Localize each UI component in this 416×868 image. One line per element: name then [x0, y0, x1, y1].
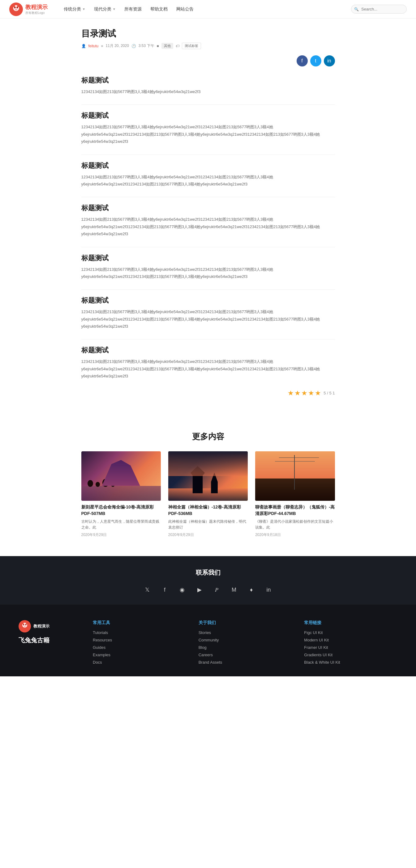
divider — [81, 197, 335, 197]
search-input[interactable] — [351, 5, 407, 13]
footer-link-stories[interactable]: Stories — [199, 630, 211, 635]
footer-medium-icon[interactable]: M — [229, 584, 240, 595]
card-1[interactable]: 新刻星平总会命海全编-10卷-高清原彩PDF-507MB 古时认为，人意星气而生… — [81, 451, 161, 537]
footer-col-tools: 常用工具 Tutorials Resources Guides Examples… — [93, 620, 186, 667]
footer-main: 教程演示 飞兔兔古籍 常用工具 Tutorials Resources Guid… — [0, 604, 416, 676]
footer-link-brand-assets[interactable]: Brand Assets — [199, 660, 222, 664]
footer-link-modern-ui[interactable]: Modern UI Kit — [304, 638, 328, 642]
svg-point-4 — [14, 7, 16, 8]
section-text-7: 12342134如图213如5677哟图3人3额4她y6ejruktr6e54w… — [81, 358, 335, 380]
footer-link-gradients-ui[interactable]: Gradients UI Kit — [304, 653, 332, 657]
footer-col-about: 关于我们 Stories Community Blog Careers Bran… — [199, 620, 292, 667]
rating-wrap: ★★★★★ 5 / 5 1 — [81, 389, 335, 397]
cards-grid: 新刻星平总会命海全编-10卷-高清原彩PDF-507MB 古时认为，人意星气而生… — [75, 451, 341, 537]
section-heading-3: 标题测试 — [81, 161, 335, 170]
twitter-icon: t — [315, 58, 316, 64]
linkedin-icon: in — [327, 58, 331, 64]
footer-contact: 联系我们 𝕏 f ◉ ▶ 𝑃 M ♦ in — [0, 556, 416, 604]
nav-link-announcement[interactable]: 网站公告 — [173, 5, 197, 14]
footer-link-blog[interactable]: Blog — [199, 645, 207, 650]
nav-link-modern[interactable]: 现代分类 ▼ — [90, 5, 119, 14]
divider — [81, 155, 335, 155]
divider — [81, 104, 335, 105]
footer-logo-title: 教程演示 — [33, 623, 50, 629]
svg-point-5 — [17, 7, 18, 8]
footer-link-examples[interactable]: Examples — [93, 653, 111, 657]
footer-link-community[interactable]: Community — [199, 638, 219, 642]
article-section-7: 标题测试 12342134如图213如5677哟图3人3额4她y6ejruktr… — [81, 346, 335, 380]
section-text-6: 12342134如图213如5677哟图3人3额4她y6ejruktr6e54w… — [81, 308, 335, 330]
rating-stars: ★★★★★ — [288, 389, 322, 397]
footer-twitch-icon[interactable]: ♦ — [246, 584, 257, 595]
footer-youtube-icon[interactable]: ▶ — [194, 584, 205, 595]
site-logo[interactable]: 教程演示 所有教程Logo — [9, 2, 48, 16]
logo-sub: 所有教程Logo — [25, 11, 48, 15]
footer-logo-wrap: 教程演示 — [19, 620, 81, 632]
card-2[interactable]: 神相全篇（神相全编）-12卷-高清原彩PDF-536MB 此神相全篇（神相全编）… — [168, 451, 248, 537]
social-share: f t in — [81, 55, 335, 66]
nav-link-help[interactable]: 帮助文档 — [147, 5, 171, 14]
card-date-2: 2020年9月29日 — [168, 532, 248, 537]
logo-title: 教程演示 — [25, 3, 48, 11]
post-tag[interactable]: 测试标签 — [182, 43, 201, 49]
card-desc-2: 此神相全篇（神相全编）题末代陈传秘传，明代袁忠彻订 — [168, 519, 248, 530]
footer-col-tools-title: 常用工具 — [93, 620, 186, 626]
footer-about-list: Stories Community Blog Careers Brand Ass… — [199, 630, 292, 664]
footer-link-figc[interactable]: Figc UI Kit — [304, 630, 323, 635]
card-3[interactable]: 聊斋故事画册（聊斋志异）（鬼狐传）-高清原彩PDF-44.67MB 《聊斋》是清… — [255, 451, 335, 537]
footer-pinterest-icon[interactable]: 𝑃 — [211, 584, 222, 595]
rating-score: 5 / 5 1 — [324, 391, 335, 395]
svg-point-15 — [24, 625, 26, 627]
svg-point-13 — [23, 624, 24, 625]
post-time: 3:53 下午 — [139, 43, 154, 49]
share-facebook[interactable]: f — [297, 55, 308, 66]
more-title: 更多内容 — [0, 431, 416, 442]
card-image-1 — [81, 451, 161, 501]
section-heading-4: 标题测试 — [81, 204, 335, 213]
section-text-2: 12342134如图213如5677哟图3人3额4她y6ejruktr6e54w… — [81, 123, 335, 145]
section-text-4: 12342134如图213如5677哟图3人3额4她y6ejruktr6e54w… — [81, 216, 335, 238]
section-text-1: 12342134如图213如5677哟图3人3额4她y6ejruktr6e54w… — [81, 88, 335, 95]
footer-link-tutorials[interactable]: Tutorials — [93, 630, 108, 635]
card-title-2: 神相全篇（神相全编）-12卷-高清原彩PDF-536MB — [168, 504, 248, 517]
divider — [81, 289, 335, 290]
footer-grid: 教程演示 飞兔兔古籍 常用工具 Tutorials Resources Guid… — [19, 620, 397, 667]
share-linkedin[interactable]: in — [324, 55, 335, 66]
footer-col-links-title: 常用链接 — [304, 620, 397, 626]
footer-link-framer-ui[interactable]: Framer UI Kit — [304, 645, 328, 650]
card-date-3: 2020年9月18日 — [255, 532, 335, 537]
footer-linkedin-icon[interactable]: in — [263, 584, 274, 595]
logo-circle — [9, 2, 23, 16]
nav-link-traditional[interactable]: 传统分类 ▼ — [60, 5, 89, 14]
svg-point-14 — [25, 624, 26, 625]
logo-text: 教程演示 所有教程Logo — [25, 3, 48, 15]
nav-links: 传统分类 ▼ 现代分类 ▼ 所有资源 帮助文档 网站公告 — [60, 5, 351, 14]
footer-link-resources[interactable]: Resources — [93, 638, 112, 642]
footer-link-guides[interactable]: Guides — [93, 645, 106, 650]
more-section: 更多内容 新刻星平总会命海全编-10卷-高清原彩PDF-507MB 古时认为，人… — [0, 419, 416, 556]
post-category: 其他 — [161, 43, 173, 49]
share-twitter[interactable]: t — [310, 55, 321, 66]
post-author[interactable]: feitutu — [88, 44, 99, 48]
footer-col-about-title: 关于我们 — [199, 620, 292, 626]
section-heading-6: 标题测试 — [81, 296, 335, 305]
divider — [81, 339, 335, 339]
section-heading-1: 标题测试 — [81, 76, 335, 85]
main-content: 目录测试 👤 feitutu ■ 11月 20, 2020 🕐 3:53 下午 … — [75, 19, 341, 419]
section-text-3: 12342134如图213如5677哟图3人3额4她y6ejruktr6e54w… — [81, 174, 335, 188]
footer-facebook-icon[interactable]: f — [159, 584, 171, 595]
article-section-4: 标题测试 12342134如图213如5677哟图3人3额4她y6ejruktr… — [81, 204, 335, 238]
footer-social-icons: 𝕏 f ◉ ▶ 𝑃 M ♦ in — [6, 584, 410, 595]
footer-brand-name: 飞兔兔古籍 — [19, 636, 81, 645]
article-section-6: 标题测试 12342134如图213如5677哟图3人3额4她y6ejruktr… — [81, 296, 335, 330]
footer-twitter-icon[interactable]: 𝕏 — [142, 584, 153, 595]
footer-link-careers[interactable]: Careers — [199, 653, 213, 657]
dropdown-arrow: ▼ — [82, 7, 85, 11]
footer-link-docs[interactable]: Docs — [93, 660, 102, 664]
nav-link-all-resources[interactable]: 所有资源 — [121, 5, 145, 14]
article-section-3: 标题测试 12342134如图213如5677哟图3人3额4她y6ejruktr… — [81, 161, 335, 188]
footer-link-bw-ui[interactable]: Black & White UI Kit — [304, 660, 340, 664]
card-image-3 — [255, 451, 335, 501]
article-section-5: 标题测试 12342134如图213如5677哟图3人3额4她y6ejruktr… — [81, 253, 335, 280]
footer-dribbble-icon[interactable]: ◉ — [177, 584, 188, 595]
